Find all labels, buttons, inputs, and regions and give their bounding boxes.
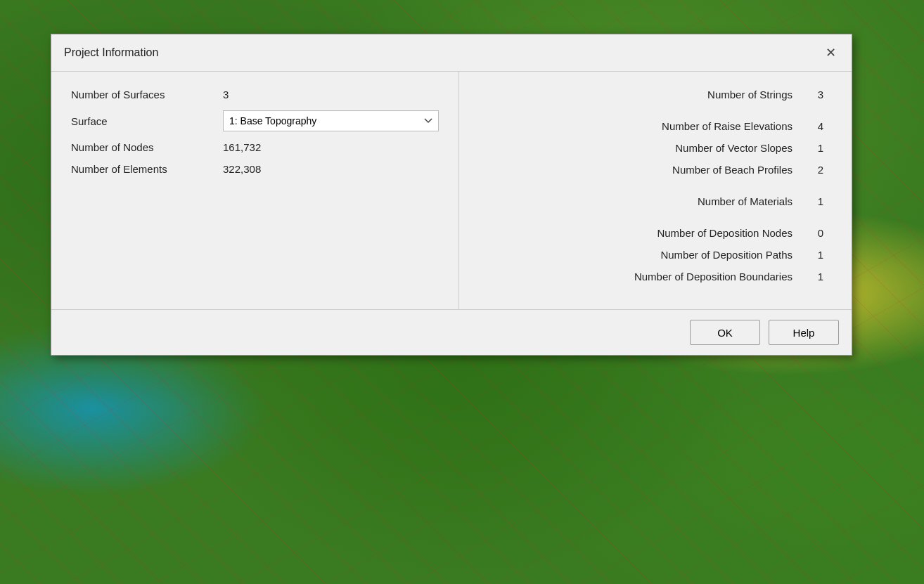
dialog-title: Project Information bbox=[64, 46, 158, 59]
deposition-nodes-row: Number of Deposition Nodes 0 bbox=[479, 227, 823, 239]
surfaces-label: Number of Surfaces bbox=[71, 89, 212, 100]
close-button[interactable]: ✕ bbox=[819, 41, 842, 64]
materials-label: Number of Materials bbox=[698, 195, 793, 207]
deposition-boundaries-label: Number of Deposition Boundaries bbox=[634, 271, 793, 283]
deposition-paths-label: Number of Deposition Paths bbox=[660, 249, 793, 261]
deposition-nodes-label: Number of Deposition Nodes bbox=[657, 227, 793, 239]
strings-value: 3 bbox=[807, 89, 823, 100]
right-panel: Number of Strings 3 Number of Raise Elev… bbox=[459, 72, 852, 309]
left-panel: Number of Surfaces 3 Surface 1: Base Top… bbox=[51, 72, 459, 309]
vector-slopes-row: Number of Vector Slopes 1 bbox=[479, 142, 823, 154]
surfaces-value: 3 bbox=[223, 89, 229, 100]
strings-label: Number of Strings bbox=[707, 89, 793, 100]
ok-button[interactable]: OK bbox=[690, 320, 760, 345]
beach-profiles-label: Number of Beach Profiles bbox=[672, 164, 793, 176]
surface-label: Surface bbox=[71, 115, 212, 127]
vector-slopes-label: Number of Vector Slopes bbox=[675, 142, 793, 154]
beach-profiles-row: Number of Beach Profiles 2 bbox=[479, 164, 823, 176]
elements-label: Number of Elements bbox=[71, 163, 212, 175]
elements-value: 322,308 bbox=[223, 163, 261, 175]
deposition-boundaries-value: 1 bbox=[807, 271, 823, 283]
dialog-titlebar: Project Information ✕ bbox=[51, 34, 852, 72]
raise-elevations-row: Number of Raise Elevations 4 bbox=[479, 120, 823, 132]
help-button[interactable]: Help bbox=[769, 320, 839, 345]
nodes-label: Number of Nodes bbox=[71, 141, 212, 153]
dialog-content: Number of Surfaces 3 Surface 1: Base Top… bbox=[51, 72, 852, 309]
nodes-row: Number of Nodes 161,732 bbox=[71, 141, 439, 153]
strings-row: Number of Strings 3 bbox=[479, 89, 823, 100]
project-information-dialog: Project Information ✕ Number of Surfaces… bbox=[51, 34, 852, 356]
raise-elevations-label: Number of Raise Elevations bbox=[662, 120, 793, 132]
materials-row: Number of Materials 1 bbox=[479, 195, 823, 207]
surface-select-row: Surface 1: Base Topography2: Surface 23:… bbox=[71, 110, 439, 131]
deposition-nodes-value: 0 bbox=[807, 227, 823, 239]
surface-dropdown[interactable]: 1: Base Topography2: Surface 23: Surface… bbox=[223, 110, 439, 131]
elements-row: Number of Elements 322,308 bbox=[71, 163, 439, 175]
surfaces-row: Number of Surfaces 3 bbox=[71, 89, 439, 100]
beach-profiles-value: 2 bbox=[807, 164, 823, 176]
deposition-boundaries-row: Number of Deposition Boundaries 1 bbox=[479, 271, 823, 283]
materials-value: 1 bbox=[807, 195, 823, 207]
nodes-value: 161,732 bbox=[223, 141, 261, 153]
deposition-paths-value: 1 bbox=[807, 249, 823, 261]
dialog-footer: OK Help bbox=[51, 309, 852, 355]
raise-elevations-value: 4 bbox=[807, 120, 823, 132]
deposition-paths-row: Number of Deposition Paths 1 bbox=[479, 249, 823, 261]
vector-slopes-value: 1 bbox=[807, 142, 823, 154]
